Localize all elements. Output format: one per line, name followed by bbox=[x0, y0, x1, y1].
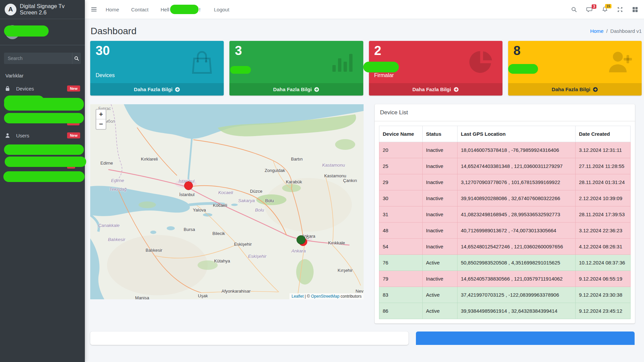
more-info-link[interactable]: Daha Fazla Bilgi bbox=[229, 83, 363, 96]
lock-icon bbox=[5, 86, 13, 92]
map-label: Balıkesir bbox=[108, 237, 125, 242]
more-info-link[interactable]: Daha Fazla Bilgi bbox=[369, 83, 502, 96]
status-cell: Inactive bbox=[423, 142, 458, 158]
map-label: Çankırı bbox=[343, 178, 357, 183]
navbar-right-icons: 3 15 bbox=[571, 6, 638, 12]
leaflet-link[interactable]: Leaflet bbox=[291, 294, 304, 299]
map-label: Kütahya bbox=[214, 258, 230, 263]
device-name-cell: 25 bbox=[379, 158, 423, 174]
user-icon bbox=[5, 133, 13, 138]
grid-menu-icon[interactable] bbox=[632, 7, 638, 12]
date-cell: 9.12.2024 06:55:19 bbox=[576, 271, 631, 287]
date-cell: 2.12.2024 10:39:09 bbox=[576, 190, 631, 206]
redaction-blob bbox=[230, 66, 251, 74]
map-label: Kastamonu bbox=[322, 163, 345, 168]
gps-cell: 14,652405738830566 , 121,03579711914062 bbox=[458, 271, 576, 287]
map-label: Tekirdağ bbox=[109, 187, 126, 192]
arrow-circle-right-icon bbox=[175, 87, 180, 92]
content-header: Dashboard Home / Dashboard v1 bbox=[85, 19, 644, 41]
top-navbar: Home Contact Hell ! Logout 3 15 bbox=[85, 0, 644, 19]
arrow-circle-right-icon bbox=[593, 87, 598, 92]
notifications-bell-icon[interactable]: 15 bbox=[602, 6, 608, 12]
sidebar-item-label: Users bbox=[16, 133, 29, 138]
map-label: İstanbul bbox=[179, 192, 195, 197]
table-row: 54Inactive14,652480125427246 , 121,03602… bbox=[379, 239, 631, 255]
map-marker-ankara[interactable] bbox=[297, 235, 306, 244]
attribution-copyright: © bbox=[307, 294, 310, 299]
map-label: Sakarya bbox=[238, 198, 255, 203]
table-row: 48Inactive40,71269989013672 , -74,007301… bbox=[379, 223, 631, 239]
status-cell: Active bbox=[423, 255, 458, 271]
table-row: 76Active50,85029983520508 , 4,3516998291… bbox=[379, 255, 631, 271]
status-cell: Inactive bbox=[423, 239, 458, 255]
map-label: Uşak bbox=[198, 293, 208, 298]
redaction-blob bbox=[363, 62, 399, 72]
map-label: Zonguldak bbox=[265, 168, 285, 173]
table-row: 30Inactive39,91408920288086 , 32,6740760… bbox=[379, 190, 631, 206]
device-name-cell: 79 bbox=[379, 271, 423, 287]
nav-greeting: Hell ! bbox=[161, 5, 201, 14]
nav-link-contact[interactable]: Contact bbox=[131, 7, 149, 12]
more-info-label: Daha Fazla Bilgi bbox=[134, 86, 172, 92]
redaction-blob bbox=[4, 144, 84, 155]
openstreetmap-link[interactable]: OpenStreetMap bbox=[311, 294, 339, 299]
more-info-link[interactable]: Daha Fazla Bilgi bbox=[90, 83, 224, 96]
more-info-label: Daha Fazla Bilgi bbox=[273, 86, 312, 92]
redaction-blob bbox=[508, 64, 538, 74]
info-box-firmalar: 2 Firmalar Daha Fazla Bilgi bbox=[369, 41, 502, 96]
date-cell: 9.12.2024 23:30:38 bbox=[576, 287, 631, 303]
gps-cell: 18,01460075378418 , -76,79859924316406 bbox=[458, 142, 576, 158]
status-cell: Inactive bbox=[423, 223, 458, 239]
gps-cell: 14,652474403381348 , 121,03600311279297 bbox=[458, 158, 576, 174]
info-box-label bbox=[514, 78, 636, 80]
device-list-title: Device List bbox=[375, 104, 635, 121]
status-cell: Inactive bbox=[423, 190, 458, 206]
fullscreen-icon[interactable] bbox=[617, 7, 623, 12]
breadcrumb-current: Dashboard v1 bbox=[610, 28, 642, 34]
brand-title: Digital Signage Tv Screen 2.6 bbox=[20, 3, 80, 16]
table-row: 86Active39,93844985961914 , 32,643283843… bbox=[379, 303, 631, 319]
new-badge: New bbox=[67, 85, 80, 92]
device-list-card: Device List Device Name Status Last GPS … bbox=[375, 104, 635, 323]
main-row: БургасЯмболEdirneEdirneKırklareliTekirda… bbox=[85, 96, 644, 323]
bottom-card-left bbox=[90, 331, 409, 345]
map-label: Eskişehir bbox=[248, 254, 267, 259]
gps-cell: 37,4219970703125 , -122,08399963378906 bbox=[458, 287, 576, 303]
map-label: Bartın bbox=[291, 157, 303, 162]
gps-cell: 14,652480125427246 , 121,03602600097656 bbox=[458, 239, 576, 255]
map-marker-istanbul[interactable] bbox=[184, 181, 193, 190]
zoom-in-button[interactable]: + bbox=[96, 110, 106, 119]
redaction-blob bbox=[4, 98, 84, 111]
nav-link-logout[interactable]: Logout bbox=[214, 7, 229, 12]
map-labels-layer: БургасЯмболEdirneEdirneKırklareliTekirda… bbox=[90, 104, 364, 299]
map-label: Nevş bbox=[356, 289, 364, 294]
map-label: Düzce bbox=[250, 189, 262, 194]
search-icon[interactable] bbox=[571, 7, 577, 12]
leaflet-map[interactable]: БургасЯмболEdirneEdirneKırklareliTekirda… bbox=[90, 104, 364, 299]
brand[interactable]: A Digital Signage Tv Screen 2.6 bbox=[0, 0, 85, 19]
col-status: Status bbox=[423, 126, 458, 142]
device-name-cell: 83 bbox=[379, 287, 423, 303]
nav-link-home[interactable]: Home bbox=[106, 7, 119, 12]
gps-cell: 3,127070903778076 , 101,67815399169922 bbox=[458, 174, 576, 190]
new-badge: New bbox=[67, 132, 80, 138]
device-name-cell: 31 bbox=[379, 206, 423, 223]
messages-icon[interactable]: 3 bbox=[586, 7, 593, 12]
info-box-green: 3 Daha Fazla Bilgi bbox=[229, 41, 363, 96]
hamburger-menu-icon[interactable] bbox=[91, 7, 97, 12]
sidebar-item-devices[interactable]: Devices New bbox=[0, 82, 85, 95]
greeting-suffix: ! bbox=[199, 7, 201, 12]
search-input[interactable] bbox=[4, 53, 72, 64]
redaction-blob bbox=[4, 113, 84, 123]
map-label: Bolu bbox=[265, 198, 274, 203]
attribution-separator: | bbox=[305, 294, 306, 299]
zoom-out-button[interactable]: − bbox=[96, 119, 106, 129]
status-cell: Active bbox=[423, 303, 458, 319]
device-name-cell: 86 bbox=[379, 303, 423, 319]
table-row: 25Inactive14,652474403381348 , 121,03600… bbox=[379, 158, 631, 174]
search-button[interactable] bbox=[72, 53, 81, 64]
map-label: Karabük bbox=[286, 179, 302, 184]
more-info-link[interactable]: Daha Fazla Bilgi bbox=[508, 83, 642, 96]
sidebar-item-users[interactable]: Users New bbox=[0, 129, 85, 142]
breadcrumb-home-link[interactable]: Home bbox=[590, 28, 603, 34]
